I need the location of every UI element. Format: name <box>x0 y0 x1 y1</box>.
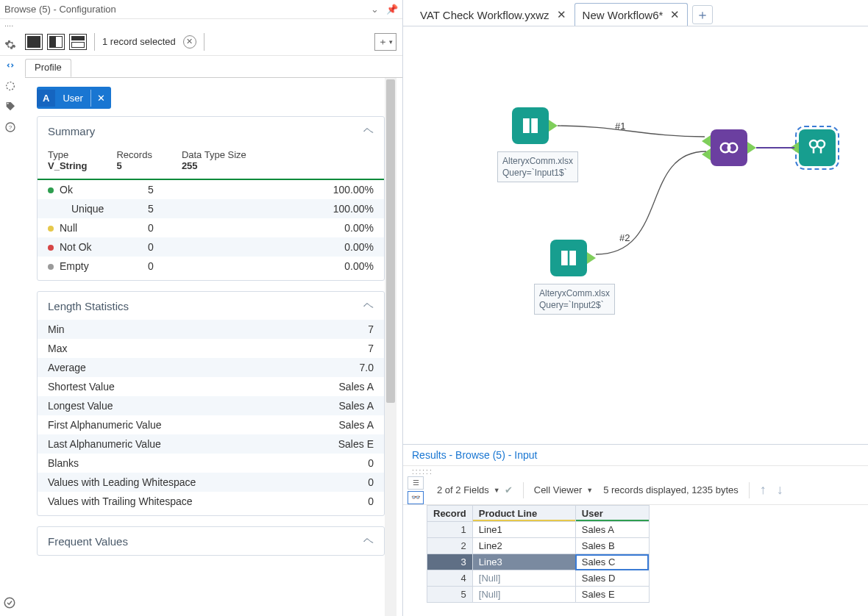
arrow-down-icon[interactable]: ↓ <box>777 482 783 498</box>
size-value: 255 <box>182 160 246 171</box>
table-row[interactable]: 1Line1Sales A <box>427 522 650 538</box>
tab-vat-workflow[interactable]: VAT Check Workflow.yxwz✕ <box>412 3 574 26</box>
connection-1 <box>558 115 712 144</box>
records-label: Records <box>116 149 152 160</box>
stat-row-unique: Unique5100.00% <box>38 199 384 218</box>
len-row: Blanks0 <box>38 454 384 473</box>
add-panel-button[interactable]: ＋▾ <box>374 33 396 51</box>
anchor-in-icon[interactable] <box>702 135 711 147</box>
svg-point-6 <box>810 140 817 148</box>
size-label: Data Type Size <box>182 149 246 160</box>
input-tool-2[interactable] <box>550 240 587 276</box>
config-tabstrip: Profile <box>25 59 402 78</box>
frequent-values-card: Frequent Values ヘ <box>37 526 385 556</box>
anchor-out-icon[interactable] <box>587 252 596 264</box>
length-heading: Length Statistics <box>48 300 129 312</box>
tab-new-workflow[interactable]: New Workflow6*✕ <box>574 3 689 26</box>
add-tab-button[interactable]: ＋ <box>692 5 713 24</box>
conn-label-1: #1 <box>615 121 625 132</box>
layout-split-v-button[interactable] <box>47 34 65 50</box>
col-product-line[interactable]: Product Line <box>472 506 575 522</box>
workflow-canvas[interactable]: AlteryxComm.xlsx Query=`Input1$` Alteryx… <box>403 26 868 444</box>
pin-icon[interactable]: 📌 <box>386 4 398 15</box>
field-remove-button[interactable]: ✕ <box>90 90 111 107</box>
tab-profile[interactable]: Profile <box>25 59 71 77</box>
results-toolbar: ☰ 👓 2 of 2 Fields▼✔ Cell Viewer▼ 5 recor… <box>403 476 868 505</box>
field-name-label: User <box>55 90 90 107</box>
config-toolbar: 1 record selected ✕ ＋▾ <box>0 28 402 56</box>
tag-icon[interactable] <box>4 100 17 113</box>
dot-icon <box>48 245 54 251</box>
collapse-icon[interactable]: ⌄ <box>371 4 379 15</box>
close-icon[interactable]: ✕ <box>670 8 680 21</box>
arrow-up-icon[interactable]: ↑ <box>760 482 766 498</box>
len-row: Shortest ValueSales A <box>38 377 384 396</box>
svg-text:?: ? <box>9 124 13 131</box>
clear-selection-button[interactable]: ✕ <box>183 35 196 49</box>
separator <box>749 482 750 498</box>
scrollbar-thumb[interactable] <box>386 79 395 403</box>
ellipsis: .... <box>0 19 402 28</box>
check-icon[interactable] <box>3 596 16 612</box>
right-area: VAT Check Workflow.yxwz✕ New Workflow6*✕… <box>403 0 868 616</box>
anchor-in-icon[interactable] <box>702 148 711 160</box>
records-value: 5 <box>116 160 152 171</box>
len-row: First Alphanumeric ValueSales A <box>38 415 384 434</box>
results-view-browse-icon[interactable]: 👓 <box>408 491 424 504</box>
len-row: Average7.0 <box>38 358 384 377</box>
close-icon[interactable]: ✕ <box>557 8 566 21</box>
tab-profile-label: Profile <box>35 62 62 73</box>
summary-card: Summary ヘ TypeV_String Records5 Data Typ… <box>37 116 385 281</box>
dot-icon <box>48 264 54 270</box>
dot-icon <box>48 226 54 232</box>
anchor-in-icon[interactable] <box>790 142 799 154</box>
svg-point-7 <box>817 140 825 148</box>
input-tool-1[interactable] <box>512 107 549 144</box>
field-chip[interactable]: A User ✕ <box>37 87 111 109</box>
results-panel: Results - Browse (5) - Input :::::: ☰ 👓 … <box>403 444 868 616</box>
layout-split-h-button[interactable] <box>69 34 87 50</box>
col-user[interactable]: User <box>575 506 649 522</box>
layout-single-button[interactable] <box>25 34 43 50</box>
table-row[interactable]: 5[Null]Sales E <box>427 587 650 603</box>
svg-point-0 <box>7 82 15 90</box>
scrollbar[interactable] <box>385 78 396 616</box>
cell-viewer-selector[interactable]: Cell Viewer▼ <box>534 484 593 495</box>
stat-row-notok: Not Ok00.00% <box>38 237 384 257</box>
grip-icon[interactable]: :::::: <box>403 466 868 476</box>
table-row[interactable]: 4[Null]Sales D <box>427 570 650 587</box>
stat-row-ok: Ok5100.00% <box>38 180 384 199</box>
tab-label: New Workflow6* <box>583 9 664 21</box>
anchor-out-icon[interactable] <box>549 120 558 132</box>
chevron-up-icon: ヘ <box>363 534 374 548</box>
anchor-out-icon[interactable] <box>747 142 756 154</box>
config-titlebar: Browse (5) - Configuration ⌄ 📌 <box>0 0 402 19</box>
len-row: Values with Leading Whitespace0 <box>38 473 384 492</box>
check-icon: ✔ <box>505 484 513 495</box>
browse-tool[interactable] <box>799 129 836 166</box>
target-icon[interactable] <box>4 79 17 93</box>
left-iconbar: ? <box>0 35 21 134</box>
code-icon[interactable] <box>4 59 17 72</box>
results-view-grid-icon[interactable]: ☰ <box>408 476 424 490</box>
col-record[interactable]: Record <box>427 506 473 522</box>
gear-icon[interactable] <box>4 38 17 51</box>
results-table: Record Product Line User 1Line1Sales A 2… <box>427 505 650 603</box>
table-row[interactable]: 2Line2Sales B <box>427 538 650 554</box>
summary-header[interactable]: Summary ヘ <box>38 117 384 145</box>
results-title: Results - Browse (5) - Input <box>403 445 868 466</box>
conn-label-2: #2 <box>619 232 630 243</box>
join-tool[interactable] <box>711 129 747 166</box>
length-header[interactable]: Length Statistics ヘ <box>38 292 384 320</box>
summary-heading: Summary <box>48 125 95 137</box>
records-selected-label: 1 record selected <box>102 36 176 47</box>
fields-selector[interactable]: 2 of 2 Fields▼✔ <box>437 484 513 495</box>
stat-row-null: Null00.00% <box>38 218 384 237</box>
help-icon[interactable]: ? <box>4 121 17 134</box>
summary-meta: TypeV_String Records5 Data Type Size255 <box>38 145 384 179</box>
table-row-selected[interactable]: 3Line3Sales C <box>427 554 650 570</box>
config-title: Browse (5) - Configuration <box>4 4 116 15</box>
separator <box>94 33 95 51</box>
frequent-header[interactable]: Frequent Values ヘ <box>38 527 384 555</box>
frequent-heading: Frequent Values <box>48 535 128 548</box>
